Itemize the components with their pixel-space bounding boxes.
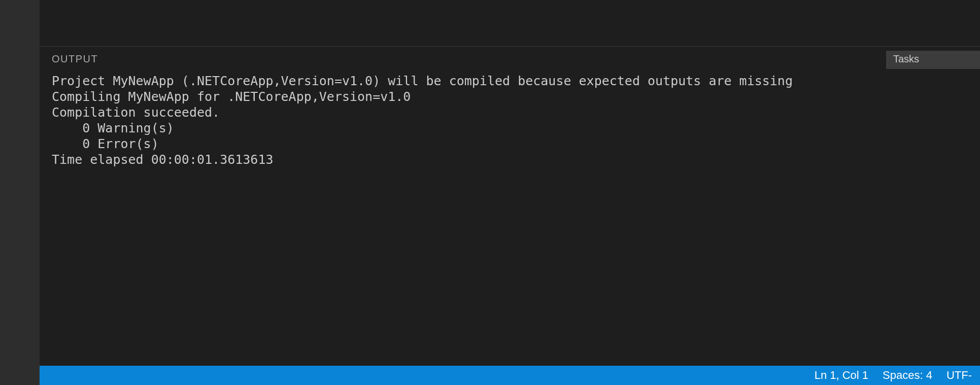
status-bar-right: Ln 1, Col 1 Spaces: 4 UTF- [815,369,974,382]
panel-tab-output[interactable]: OUTPUT [52,53,98,65]
output-line: Project MyNewApp (.NETCoreApp,Version=v1… [52,74,793,88]
output-body[interactable]: Project MyNewApp (.NETCoreApp,Version=v1… [40,71,980,366]
status-bar: Ln 1, Col 1 Spaces: 4 UTF- [40,366,980,385]
status-cursor-position[interactable]: Ln 1, Col 1 [815,369,868,382]
panel-header-right: Tasks [886,51,980,69]
panel-header: OUTPUT Tasks [40,47,980,71]
editor-area[interactable] [40,0,980,47]
output-panel: OUTPUT Tasks Project MyNewApp (.NETCoreA… [40,47,980,366]
output-line: 0 Warning(s) [52,121,174,135]
output-line: Time elapsed 00:00:01.3613613 [52,152,274,167]
status-indentation[interactable]: Spaces: 4 [883,369,932,382]
app-root: OUTPUT Tasks Project MyNewApp (.NETCoreA… [0,0,980,385]
main-column: OUTPUT Tasks Project MyNewApp (.NETCoreA… [40,0,980,385]
output-line: Compilation succeeded. [52,105,220,120]
output-line: Compiling MyNewApp for .NETCoreApp,Versi… [52,89,411,104]
activity-bar [0,0,40,385]
output-line: 0 Error(s) [52,136,159,151]
status-encoding[interactable]: UTF- [947,369,972,382]
output-channel-select[interactable]: Tasks [886,51,980,69]
output-text: Project MyNewApp (.NETCoreApp,Version=v1… [52,73,968,167]
